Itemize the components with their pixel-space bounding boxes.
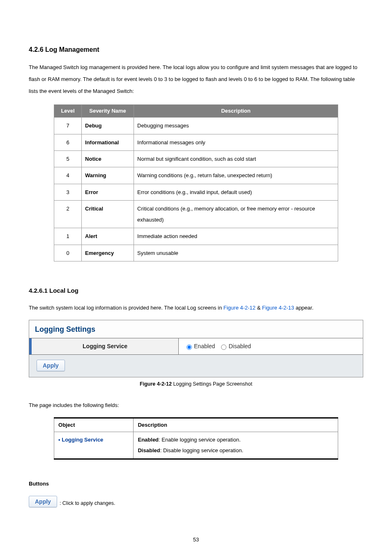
table-row: 4 Warning Warning conditions (e.g., retu… xyxy=(54,167,338,184)
severity-desc: Error conditions (e.g., invalid input, d… xyxy=(134,184,338,200)
severity-desc: Critical conditions (e.g., memory alloca… xyxy=(134,200,338,228)
severity-name: Emergency xyxy=(82,245,134,261)
figure-link-4-2-13[interactable]: Figure 4-2-13 xyxy=(262,305,294,311)
severity-name: Alert xyxy=(82,228,134,245)
table-row: 6 Informational Informational messages o… xyxy=(54,134,338,150)
severity-name: Critical xyxy=(82,200,134,228)
severity-table: Level Severity Name Description 7 Debug … xyxy=(54,104,338,261)
fields-intro: The page includes the following fields: xyxy=(29,400,363,412)
severity-header-level: Level xyxy=(54,105,82,118)
intro-text: The switch system local log information … xyxy=(29,305,224,311)
intro-text-end: appear. xyxy=(295,305,313,311)
severity-name: Debug xyxy=(82,118,134,134)
severity-desc: System unusable xyxy=(134,245,338,261)
severity-desc: Immediate action needed xyxy=(134,228,338,245)
table-row: 3 Error Error conditions (e.g., invalid … xyxy=(54,184,338,200)
severity-desc: Informational messages only xyxy=(134,134,338,150)
table-row: 1 Alert Immediate action needed xyxy=(54,228,338,245)
subsection-heading: 4.2.6.1 Local Log xyxy=(29,286,363,295)
desc-disabled-bold: Disabled xyxy=(138,447,160,453)
severity-level: 7 xyxy=(54,118,82,134)
severity-desc: Normal but significant condition, such a… xyxy=(134,150,338,167)
desc-enabled-bold: Enabled xyxy=(138,437,159,443)
radio-enabled-label[interactable]: Enabled xyxy=(184,342,215,351)
intro-amp: & xyxy=(257,305,262,311)
apply-description: : Click to apply changes. xyxy=(60,500,115,507)
apply-button[interactable]: Apply xyxy=(37,360,65,371)
page-number: 53 xyxy=(29,536,363,543)
table-row: 5 Notice Normal but significant conditio… xyxy=(54,150,338,167)
objdesc-header-desc: Description xyxy=(134,418,338,432)
severity-desc: Warning conditions (e.g., return false, … xyxy=(134,167,338,184)
caption-rest: Logging Settings Page Screenshot xyxy=(172,381,252,387)
radio-disabled[interactable] xyxy=(221,345,226,350)
severity-level: 3 xyxy=(54,184,82,200)
radio-disabled-label[interactable]: Disabled xyxy=(219,342,251,351)
severity-desc: Debugging messages xyxy=(134,118,338,134)
object-description-table: Object Description Logging Service Enabl… xyxy=(54,417,338,460)
subsection-intro: The switch system local log information … xyxy=(29,302,363,314)
radio-enabled[interactable] xyxy=(187,345,192,350)
severity-level: 4 xyxy=(54,167,82,184)
objdesc-object: Logging Service xyxy=(54,432,134,459)
table-row: Logging Service Enabled: Enable logging … xyxy=(54,432,338,459)
buttons-heading: Buttons xyxy=(29,480,363,488)
severity-level: 2 xyxy=(54,200,82,228)
radio-disabled-text: Disabled xyxy=(228,342,251,351)
caption-bold: Figure 4-2-12 xyxy=(140,381,172,387)
radio-enabled-text: Enabled xyxy=(194,342,215,351)
figure-link-4-2-12[interactable]: Figure 4-2-12 xyxy=(224,305,256,311)
logging-service-label: Logging Service xyxy=(29,338,179,355)
severity-name: Warning xyxy=(82,167,134,184)
severity-level: 5 xyxy=(54,150,82,167)
object-name: Logging Service xyxy=(58,437,103,443)
logging-settings-panel: Logging Settings Logging Service Enabled… xyxy=(29,320,363,378)
table-row: 2 Critical Critical conditions (e.g., me… xyxy=(54,200,338,228)
section-heading: 4.2.6 Log Management xyxy=(29,45,363,54)
figure-caption: Figure 4-2-12 Logging Settings Page Scre… xyxy=(29,381,363,388)
severity-level: 0 xyxy=(54,245,82,261)
severity-name: Notice xyxy=(82,150,134,167)
table-row: 7 Debug Debugging messages xyxy=(54,118,338,134)
section-intro: The Managed Switch log management is pro… xyxy=(29,62,363,97)
severity-name: Error xyxy=(82,184,134,200)
desc-enabled-rest: : Enable logging service operation. xyxy=(159,437,240,443)
severity-header-name: Severity Name xyxy=(82,105,134,118)
panel-title: Logging Settings xyxy=(29,320,363,338)
objdesc-header-object: Object xyxy=(54,418,134,432)
severity-name: Informational xyxy=(82,134,134,150)
table-row: 0 Emergency System unusable xyxy=(54,245,338,261)
desc-disabled-rest: : Disable logging service operation. xyxy=(160,447,243,453)
objdesc-desc: Enabled: Enable logging service operatio… xyxy=(134,432,338,459)
severity-level: 6 xyxy=(54,134,82,150)
apply-button-doc[interactable]: Apply xyxy=(29,496,57,507)
severity-level: 1 xyxy=(54,228,82,245)
severity-header-desc: Description xyxy=(134,105,338,118)
